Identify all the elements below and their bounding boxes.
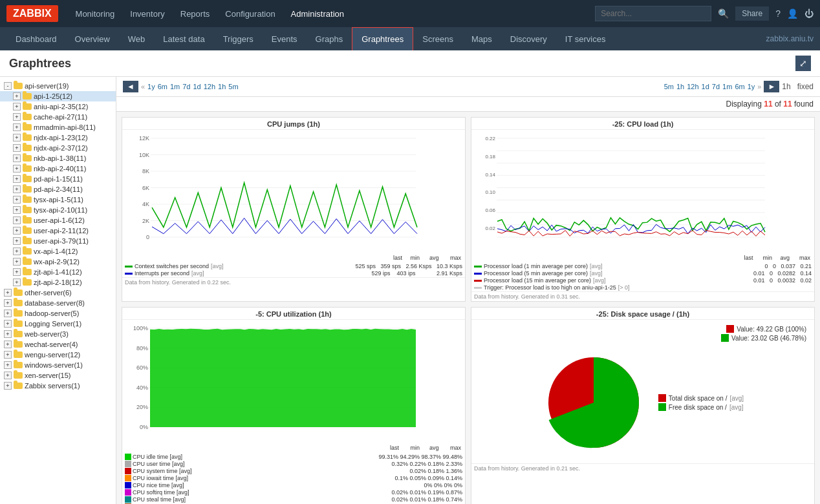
sidebar-item-user-1[interactable]: + user-api-1-6(12): [0, 215, 116, 226]
time-link-1d-next[interactable]: 1d: [702, 83, 709, 90]
user-icon[interactable]: 👤: [787, 8, 798, 19]
tab-screens[interactable]: Screens: [413, 27, 462, 50]
tab-it-services[interactable]: IT services: [556, 27, 615, 50]
time-link-1d-prev[interactable]: 1d: [193, 83, 200, 90]
expand-button[interactable]: ⤢: [795, 56, 811, 71]
sidebar-item-zjt-2[interactable]: + zjt-api-2-18(12): [0, 277, 116, 288]
sidebar-expand-icon[interactable]: +: [4, 289, 12, 297]
sidebar-item-web[interactable]: + web-server(3): [0, 329, 116, 339]
app-logo[interactable]: ZABBIX: [6, 5, 58, 22]
sidebar-expand-icon[interactable]: +: [13, 134, 21, 142]
time-link-6m-next[interactable]: 6m: [735, 83, 744, 90]
nav-administration[interactable]: Administration: [283, 0, 352, 27]
nav-configuration[interactable]: Configuration: [217, 0, 283, 27]
sidebar-expand-icon[interactable]: +: [13, 258, 21, 266]
sidebar-expand-icon[interactable]: +: [4, 299, 12, 307]
time-link-1m-next[interactable]: 1m: [722, 83, 732, 90]
nav-reports[interactable]: Reports: [173, 0, 218, 27]
sidebar-item-njdx-1[interactable]: + njdx-api-1-23(12): [0, 132, 116, 143]
time-link-6m-prev[interactable]: 6m: [158, 83, 167, 90]
sidebar-expand-icon[interactable]: +: [13, 123, 21, 131]
sidebar-item-windows[interactable]: + windows-server(1): [0, 360, 116, 370]
sidebar-item-mmadmin[interactable]: + mmadmin-api-8(11): [0, 122, 116, 132]
sidebar-expand-icon[interactable]: +: [13, 185, 21, 193]
sidebar-item-wechat[interactable]: + wechat-server(4): [0, 339, 116, 350]
sidebar-expand-icon[interactable]: +: [13, 206, 21, 214]
search-input[interactable]: [595, 6, 711, 21]
sidebar-expand-icon[interactable]: +: [13, 237, 21, 245]
sidebar-expand-icon[interactable]: +: [13, 154, 21, 162]
nav-inventory[interactable]: Inventory: [122, 0, 172, 27]
sidebar-expand-icon[interactable]: +: [4, 330, 12, 338]
tab-discovery[interactable]: Discovery: [501, 27, 556, 50]
tab-web[interactable]: Web: [119, 27, 155, 50]
sidebar-expand-icon[interactable]: +: [13, 103, 21, 110]
sidebar-item-pd-1[interactable]: + pd-api-1-15(11): [0, 174, 116, 184]
sidebar-expand-icon[interactable]: -: [4, 82, 12, 90]
time-link-7d-prev[interactable]: 7d: [182, 83, 190, 90]
sidebar-item-aniu-api[interactable]: + aniu-api-2-35(12): [0, 101, 116, 112]
sidebar-item-pd-2[interactable]: + pd-api-2-34(11): [0, 184, 116, 194]
sidebar-item-hadoop[interactable]: + hadoop-server(5): [0, 308, 116, 319]
time-link-1y-next[interactable]: 1y: [748, 83, 755, 90]
sidebar-expand-icon[interactable]: +: [13, 227, 21, 235]
time-link-12h-prev[interactable]: 12h: [204, 83, 215, 90]
time-back-button[interactable]: ◄: [123, 81, 138, 92]
sidebar-item-xen[interactable]: + xen-server(15): [0, 370, 116, 381]
sidebar-item-user-3[interactable]: + user-api-3-79(11): [0, 236, 116, 246]
sidebar-item-tysx-2[interactable]: + tysx-api-2-10(11): [0, 205, 116, 215]
time-forward-button[interactable]: ►: [764, 81, 779, 92]
sidebar-item-api-server[interactable]: - api-server(19): [0, 81, 116, 91]
sidebar-expand-icon[interactable]: +: [13, 268, 21, 276]
sidebar-item-nkb-1[interactable]: + nkb-api-1-38(11): [0, 153, 116, 163]
tab-overview[interactable]: Overview: [66, 27, 119, 50]
sidebar-expand-icon[interactable]: +: [4, 320, 12, 328]
sidebar-item-njdx-2[interactable]: + njdx-api-2-37(12): [0, 143, 116, 153]
sidebar-expand-icon[interactable]: +: [4, 382, 12, 390]
tab-graphtrees[interactable]: Graphtrees: [352, 27, 413, 50]
time-link-5m-next[interactable]: 5m: [664, 83, 674, 90]
sidebar-item-zjt-1[interactable]: + zjt-api-1-41(12): [0, 267, 116, 277]
sidebar-expand-icon[interactable]: +: [4, 372, 12, 379]
power-icon[interactable]: ⏻: [804, 8, 814, 19]
time-link-1h-prev[interactable]: 1h: [218, 83, 226, 90]
sidebar-item-zabbix[interactable]: + Zabbix servers(1): [0, 381, 116, 391]
search-icon[interactable]: 🔍: [718, 8, 729, 19]
sidebar-item-other-server[interactable]: + other-server(6): [0, 288, 116, 298]
sidebar-expand-icon[interactable]: +: [13, 92, 21, 100]
sidebar-expand-icon[interactable]: +: [13, 247, 21, 255]
sidebar-expand-icon[interactable]: +: [13, 196, 21, 204]
tab-latest-data[interactable]: Latest data: [154, 27, 213, 50]
sidebar-expand-icon[interactable]: +: [4, 341, 12, 348]
time-link-12h-next[interactable]: 12h: [687, 83, 698, 90]
sidebar-item-wengu[interactable]: + wengu-server(12): [0, 350, 116, 360]
sidebar-item-wx[interactable]: + wx-api-2-9(12): [0, 257, 116, 267]
tab-dashboard[interactable]: Dashboard: [6, 27, 66, 50]
time-link-1h-next[interactable]: 1h: [676, 83, 684, 90]
sidebar-item-logging[interactable]: + Logging Server(1): [0, 319, 116, 329]
sidebar-item-tysx-1[interactable]: + tysx-api-1-5(11): [0, 194, 116, 205]
sidebar-item-api-1-25[interactable]: + api-1-25(12): [0, 91, 116, 101]
sidebar-item-database[interactable]: + database-server(8): [0, 298, 116, 308]
tab-graphs[interactable]: Graphs: [307, 27, 352, 50]
time-link-1m-prev[interactable]: 1m: [170, 83, 180, 90]
nav-monitoring[interactable]: Monitoring: [68, 0, 123, 27]
sidebar-item-vx[interactable]: + vx-api-1-4(12): [0, 246, 116, 257]
sidebar-expand-icon[interactable]: +: [13, 175, 21, 183]
sidebar-expand-icon[interactable]: +: [13, 278, 21, 286]
share-button[interactable]: Share: [735, 6, 769, 21]
sidebar-expand-icon[interactable]: +: [4, 361, 12, 369]
tab-maps[interactable]: Maps: [462, 27, 501, 50]
sidebar-item-nkb-2[interactable]: + nkb-api-2-40(11): [0, 163, 116, 174]
sidebar-item-user-2[interactable]: + user-api-2-11(12): [0, 226, 116, 236]
time-link-7d-next[interactable]: 7d: [712, 83, 720, 90]
sidebar-expand-icon[interactable]: +: [4, 351, 12, 359]
sidebar-expand-icon[interactable]: +: [13, 165, 21, 173]
help-icon[interactable]: ?: [775, 8, 781, 19]
sidebar-expand-icon[interactable]: +: [4, 310, 12, 317]
sidebar-expand-icon[interactable]: +: [13, 144, 21, 152]
time-link-5m-prev[interactable]: 5m: [228, 83, 238, 90]
sidebar-item-cache-api[interactable]: + cache-api-27(11): [0, 112, 116, 122]
time-link-1y-prev[interactable]: 1y: [147, 83, 155, 90]
tab-events[interactable]: Events: [263, 27, 307, 50]
